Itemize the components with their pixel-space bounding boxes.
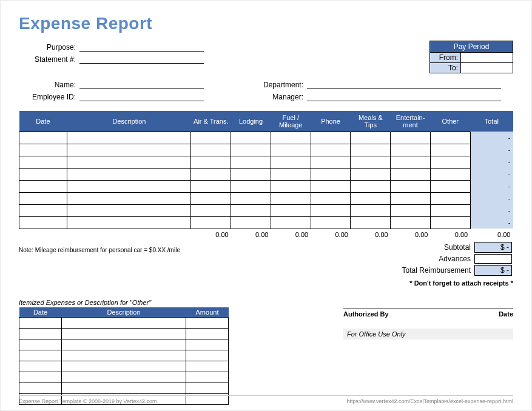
air-trans-cell[interactable] xyxy=(191,192,231,204)
statement-input[interactable] xyxy=(79,54,204,64)
purpose-input[interactable] xyxy=(79,42,204,52)
air-trans-cell[interactable] xyxy=(191,132,231,144)
lodging-cell[interactable] xyxy=(231,180,271,192)
meals-tips-cell[interactable] xyxy=(351,204,391,216)
pay-period-to-value[interactable] xyxy=(460,62,513,73)
phone-cell[interactable] xyxy=(311,180,351,192)
meals-tips-cell[interactable] xyxy=(351,168,391,180)
itemized-desc-cell[interactable] xyxy=(62,361,186,372)
itemized-amount-cell[interactable] xyxy=(186,350,229,361)
itemized-amount-cell[interactable] xyxy=(186,361,229,372)
itemized-date-cell[interactable] xyxy=(19,383,62,394)
itemized-amount-cell[interactable] xyxy=(186,318,229,329)
fuel-mileage-cell[interactable] xyxy=(271,204,311,216)
lodging-cell[interactable] xyxy=(231,168,271,180)
entertainment-cell[interactable] xyxy=(391,180,431,192)
entertainment-cell[interactable] xyxy=(391,216,431,229)
description-cell[interactable] xyxy=(67,168,191,180)
date-cell[interactable] xyxy=(19,132,67,144)
entertainment-cell[interactable] xyxy=(391,192,431,204)
air-trans-cell[interactable] xyxy=(191,180,231,192)
lodging-cell[interactable] xyxy=(231,216,271,229)
lodging-cell[interactable] xyxy=(231,204,271,216)
description-cell[interactable] xyxy=(67,204,191,216)
entertainment-cell[interactable] xyxy=(391,144,431,156)
date-cell[interactable] xyxy=(19,204,67,216)
meals-tips-cell[interactable] xyxy=(351,180,391,192)
itemized-date-cell[interactable] xyxy=(19,361,62,372)
date-cell[interactable] xyxy=(19,144,67,156)
air-trans-cell[interactable] xyxy=(191,144,231,156)
itemized-amount-cell[interactable] xyxy=(186,383,229,394)
lodging-cell[interactable] xyxy=(231,192,271,204)
meals-tips-cell[interactable] xyxy=(351,216,391,229)
lodging-cell[interactable] xyxy=(231,132,271,144)
other-cell[interactable] xyxy=(430,216,470,229)
fuel-mileage-cell[interactable] xyxy=(271,168,311,180)
phone-cell[interactable] xyxy=(311,216,351,229)
meals-tips-cell[interactable] xyxy=(351,132,391,144)
advances-value[interactable] xyxy=(474,254,512,264)
description-cell[interactable] xyxy=(67,156,191,168)
air-trans-cell[interactable] xyxy=(191,204,231,216)
date-cell[interactable] xyxy=(19,180,67,192)
manager-input[interactable] xyxy=(307,92,501,101)
other-cell[interactable] xyxy=(430,156,470,168)
air-trans-cell[interactable] xyxy=(191,168,231,180)
lodging-cell[interactable] xyxy=(231,156,271,168)
entertainment-cell[interactable] xyxy=(391,156,431,168)
air-trans-cell[interactable] xyxy=(191,216,231,229)
itemized-amount-cell[interactable] xyxy=(186,329,229,339)
other-cell[interactable] xyxy=(430,192,470,204)
fuel-mileage-cell[interactable] xyxy=(271,156,311,168)
lodging-cell[interactable] xyxy=(231,144,271,156)
other-cell[interactable] xyxy=(430,204,470,216)
description-cell[interactable] xyxy=(67,132,191,144)
date-cell[interactable] xyxy=(19,216,67,229)
itemized-desc-cell[interactable] xyxy=(62,383,186,394)
description-cell[interactable] xyxy=(67,216,191,229)
itemized-date-cell[interactable] xyxy=(19,318,62,329)
entertainment-cell[interactable] xyxy=(391,204,431,216)
pay-period-from-value[interactable] xyxy=(460,52,513,62)
phone-cell[interactable] xyxy=(311,132,351,144)
itemized-date-cell[interactable] xyxy=(19,329,62,339)
entertainment-cell[interactable] xyxy=(391,168,431,180)
other-cell[interactable] xyxy=(430,180,470,192)
fuel-mileage-cell[interactable] xyxy=(271,144,311,156)
phone-cell[interactable] xyxy=(311,192,351,204)
phone-cell[interactable] xyxy=(311,168,351,180)
itemized-date-cell[interactable] xyxy=(19,350,62,361)
other-cell[interactable] xyxy=(430,168,470,180)
itemized-date-cell[interactable] xyxy=(19,372,62,383)
meals-tips-cell[interactable] xyxy=(351,156,391,168)
fuel-mileage-cell[interactable] xyxy=(271,132,311,144)
date-cell[interactable] xyxy=(19,156,67,168)
entertainment-cell[interactable] xyxy=(391,132,431,144)
meals-tips-cell[interactable] xyxy=(351,192,391,204)
description-cell[interactable] xyxy=(67,192,191,204)
itemized-date-cell[interactable] xyxy=(19,339,62,350)
air-trans-cell[interactable] xyxy=(191,156,231,168)
itemized-desc-cell[interactable] xyxy=(62,318,186,329)
phone-cell[interactable] xyxy=(311,144,351,156)
phone-cell[interactable] xyxy=(311,204,351,216)
itemized-desc-cell[interactable] xyxy=(62,372,186,383)
itemized-desc-cell[interactable] xyxy=(62,329,186,339)
phone-cell[interactable] xyxy=(311,156,351,168)
description-cell[interactable] xyxy=(67,144,191,156)
itemized-desc-cell[interactable] xyxy=(62,350,186,361)
date-cell[interactable] xyxy=(19,168,67,180)
date-cell[interactable] xyxy=(19,192,67,204)
fuel-mileage-cell[interactable] xyxy=(271,216,311,229)
fuel-mileage-cell[interactable] xyxy=(271,180,311,192)
other-cell[interactable] xyxy=(430,132,470,144)
itemized-amount-cell[interactable] xyxy=(186,339,229,350)
name-input[interactable] xyxy=(79,79,204,89)
fuel-mileage-cell[interactable] xyxy=(271,192,311,204)
employee-id-input[interactable] xyxy=(79,92,204,101)
department-input[interactable] xyxy=(307,79,501,89)
itemized-amount-cell[interactable] xyxy=(186,372,229,383)
other-cell[interactable] xyxy=(430,144,470,156)
itemized-desc-cell[interactable] xyxy=(62,339,186,350)
